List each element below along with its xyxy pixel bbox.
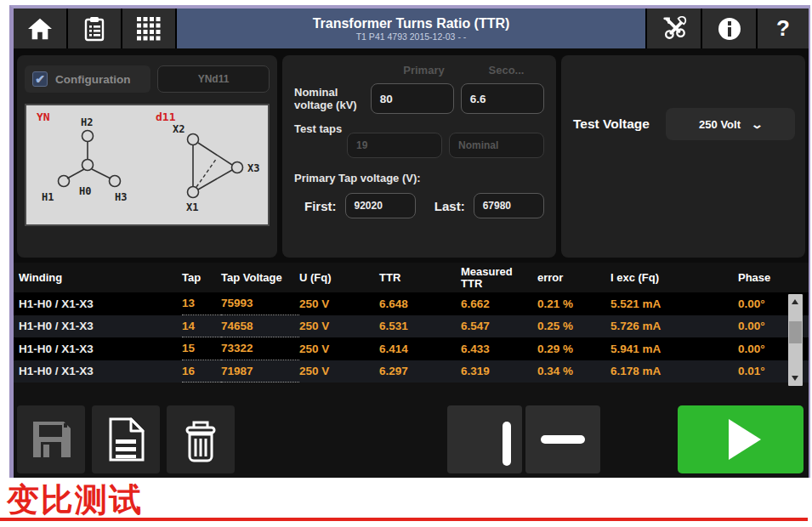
test-list-button[interactable] — [68, 8, 121, 48]
test-voltage-dropdown[interactable]: 250 Volt ⌄ — [666, 108, 795, 140]
page-subtitle: T1 P41 4793 2015-12-03 - - — [356, 31, 467, 42]
table-row[interactable]: H1-H0 / X1-X3 16 71987 250 V 6.297 6.319… — [14, 360, 809, 383]
table-row[interactable]: H1-H0 / X1-X3 13 75993 250 V 6.648 6.662… — [14, 292, 809, 315]
test-voltage-label: Test Voltage — [573, 116, 650, 132]
col-tap-voltage: Tap Voltage — [221, 272, 299, 284]
svg-text:H2: H2 — [81, 116, 93, 128]
test-taps-secondary-field: Nominal — [449, 133, 544, 158]
col-error: error — [537, 272, 610, 284]
test-taps-primary-field: 19 — [347, 133, 442, 158]
home-button[interactable] — [14, 8, 66, 48]
nominal-voltage-label: Nominal voltage (kV) — [294, 86, 371, 111]
col-measured-ttr: Measured TTR — [461, 266, 519, 290]
diagram-primary-group-label: YN — [37, 110, 50, 123]
clipboard-icon — [83, 16, 105, 42]
column-header-primary: Primary — [386, 64, 462, 76]
page-title: Transformer Turns Ratio (TTR) — [313, 16, 510, 31]
ttr-app-window: Transformer Turns Ratio (TTR) T1 P41 479… — [9, 5, 810, 478]
document-icon — [104, 416, 148, 463]
configuration-label: Configuration — [55, 73, 130, 86]
caption-title: 变比测试 — [7, 479, 143, 522]
trash-icon — [179, 416, 223, 463]
minus-icon — [541, 435, 585, 444]
svg-text:X2: X2 — [173, 123, 185, 135]
delete-button[interactable] — [167, 405, 235, 473]
scrollbar-up-arrow-icon[interactable] — [792, 299, 798, 304]
test-voltage-panel: Test Voltage 250 Volt ⌄ — [561, 55, 805, 258]
run-test-button[interactable] — [678, 405, 803, 473]
col-tap: Tap — [182, 272, 221, 284]
play-icon — [729, 419, 761, 460]
test-taps-label: Test taps — [294, 122, 347, 135]
title-bar: Transformer Turns Ratio (TTR) T1 P41 479… — [177, 8, 645, 48]
table-row[interactable]: H1-H0 / X1-X3 14 74658 250 V 6.531 6.547… — [14, 315, 809, 338]
svg-text:X3: X3 — [247, 162, 259, 174]
remove-row-button[interactable] — [525, 405, 600, 473]
vector-diagram: YN H2 H0 H1 H3 d11 — [25, 104, 270, 226]
configuration-panel: ✔ Configuration YNd11 YN H2 H0 — [17, 55, 277, 258]
configuration-section: ✔ Configuration YNd11 YN H2 H0 — [14, 48, 809, 263]
grid-icon — [136, 16, 162, 42]
svg-text:H1: H1 — [42, 191, 54, 203]
nominal-voltage-primary-input[interactable]: 80 — [371, 83, 454, 114]
svg-text:X1: X1 — [186, 201, 198, 213]
table-header-row: Winding Tap Tap Voltage U (Fq) TTR Measu… — [14, 263, 809, 292]
diagram-secondary-group-label: d11 — [156, 110, 176, 123]
save-floppy-icon — [28, 416, 74, 462]
results-table: Winding Tap Tap Voltage U (Fq) TTR Measu… — [14, 263, 809, 382]
help-button[interactable]: ? — [758, 8, 809, 48]
column-header-secondary: Seco... — [468, 64, 544, 76]
chevron-down-icon: ⌄ — [751, 118, 764, 131]
add-row-button[interactable] — [447, 405, 522, 473]
report-button[interactable] — [92, 405, 160, 473]
svg-text:H0: H0 — [79, 185, 91, 197]
col-winding: Winding — [19, 272, 182, 284]
apps-menu-button[interactable] — [122, 8, 175, 48]
test-voltage-value: 250 Volt — [699, 118, 741, 131]
first-label: First: — [304, 199, 337, 213]
last-label: Last: — [434, 199, 465, 213]
settings-button[interactable] — [647, 8, 701, 48]
home-icon — [27, 17, 53, 41]
configuration-toggle[interactable]: ✔ Configuration — [25, 65, 150, 93]
primary-tap-voltage-label: Primary Tap voltage (V): — [294, 172, 544, 184]
col-i-exc: I exc (Fq) — [610, 272, 738, 284]
table-row[interactable]: H1-H0 / X1-X3 15 73322 250 V 6.414 6.433… — [14, 337, 809, 360]
col-u: U (Fq) — [299, 272, 379, 284]
caption-underline — [0, 518, 808, 521]
nominal-voltage-secondary-input[interactable]: 6.6 — [461, 83, 544, 114]
scrollbar-down-arrow-icon[interactable] — [792, 376, 798, 381]
col-ttr: TTR — [379, 272, 461, 284]
configuration-checkbox[interactable]: ✔ — [32, 71, 48, 87]
last-tap-voltage-input[interactable]: 67980 — [474, 193, 544, 218]
voltage-panel: Primary Seco... Nominal voltage (kV) 80 … — [282, 55, 556, 258]
vector-group-field: YNd11 — [157, 65, 270, 93]
table-scrollbar[interactable] — [788, 294, 803, 386]
col-phase: Phase — [738, 272, 812, 284]
save-button — [17, 405, 85, 473]
tools-icon — [662, 16, 687, 42]
svg-text:H3: H3 — [115, 191, 127, 203]
scrollbar-thumb[interactable] — [789, 321, 802, 343]
first-tap-voltage-input[interactable]: 92020 — [345, 193, 416, 218]
info-icon — [717, 16, 742, 42]
info-button[interactable] — [702, 8, 756, 48]
top-bar: Transformer Turns Ratio (TTR) T1 P41 479… — [14, 8, 809, 48]
bottom-toolbar — [17, 405, 803, 473]
help-icon: ? — [776, 15, 790, 42]
